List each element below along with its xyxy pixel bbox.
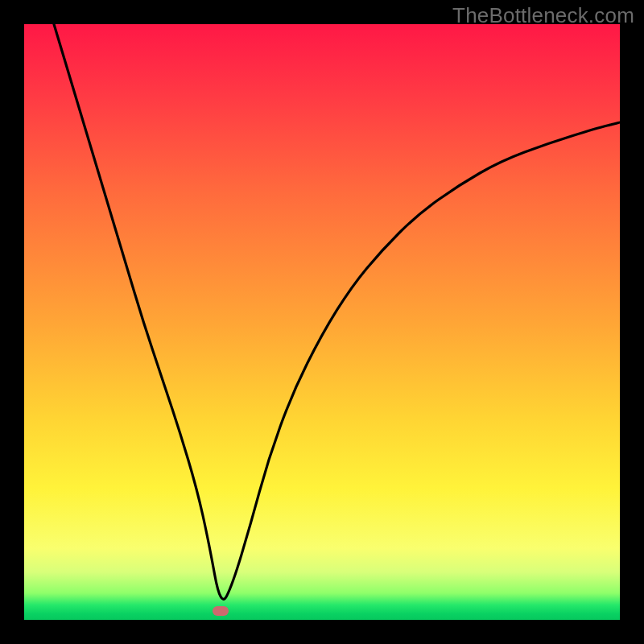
bottleneck-curve-path: [54, 24, 620, 599]
curve-svg: [24, 24, 620, 620]
minimum-marker: [213, 606, 229, 616]
plot-area: [24, 24, 620, 620]
watermark-text: TheBottleneck.com: [452, 3, 634, 28]
chart-frame: TheBottleneck.com: [0, 0, 644, 644]
